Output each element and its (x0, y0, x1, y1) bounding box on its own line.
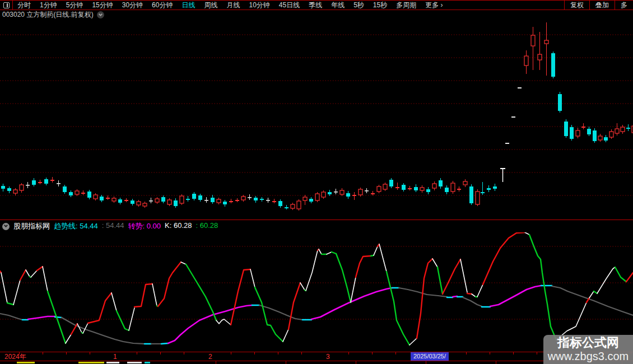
candle[interactable] (186, 196, 190, 202)
candle[interactable] (26, 182, 30, 188)
period-tab-7[interactable]: 周线 (199, 1, 222, 10)
candle[interactable] (180, 194, 184, 205)
candle[interactable] (322, 190, 325, 199)
candle[interactable] (505, 143, 509, 144)
candle[interactable] (143, 202, 147, 208)
period-tab-2[interactable]: 5分钟 (62, 1, 88, 10)
candle[interactable] (604, 135, 608, 142)
candle[interactable] (13, 188, 17, 195)
candle[interactable] (340, 188, 344, 196)
candle[interactable] (576, 128, 580, 138)
candle[interactable] (451, 181, 455, 194)
candle[interactable] (198, 194, 202, 202)
candle[interactable] (32, 178, 36, 186)
candle[interactable] (315, 192, 319, 202)
candle[interactable] (564, 119, 568, 138)
candle[interactable] (544, 22, 548, 76)
candle[interactable] (463, 179, 467, 187)
candle[interactable] (481, 182, 485, 195)
candle[interactable] (531, 27, 535, 70)
candle[interactable] (609, 129, 613, 139)
toolbar-right-item-1[interactable]: 叠加 (589, 1, 615, 10)
candle[interactable] (469, 184, 473, 205)
panel-toggle-button[interactable] (0, 1, 13, 10)
candle[interactable] (100, 195, 104, 202)
title-chevron-down-icon[interactable] (97, 11, 104, 18)
candle[interactable] (291, 203, 295, 210)
candle[interactable] (476, 189, 480, 206)
candlestick-chart[interactable] (0, 20, 633, 220)
candle[interactable] (7, 186, 11, 193)
candle[interactable] (204, 197, 208, 203)
candle[interactable] (118, 198, 122, 204)
candle[interactable] (124, 198, 128, 202)
candle[interactable] (377, 185, 381, 193)
period-tab-1[interactable]: 1分钟 (35, 1, 62, 10)
candle[interactable] (94, 193, 97, 200)
candle[interactable] (445, 185, 449, 194)
candle[interactable] (570, 125, 574, 141)
period-tab-4[interactable]: 30分钟 (118, 1, 147, 10)
candle[interactable] (50, 177, 54, 183)
candle[interactable] (81, 190, 85, 195)
candle[interactable] (493, 184, 497, 191)
candle[interactable] (426, 187, 430, 194)
candle[interactable] (57, 180, 60, 186)
period-tab-12[interactable]: 年线 (327, 1, 349, 10)
candle[interactable] (303, 195, 307, 205)
candle[interactable] (272, 199, 276, 203)
candle[interactable] (346, 191, 350, 199)
candle[interactable] (241, 195, 245, 202)
candle[interactable] (365, 188, 369, 193)
period-tab-8[interactable]: 月线 (222, 1, 244, 10)
candle[interactable] (518, 87, 522, 88)
period-tab-10[interactable]: 45日线 (274, 1, 304, 10)
candle[interactable] (248, 194, 252, 200)
period-tab-9[interactable]: 10分钟 (244, 1, 274, 10)
candle[interactable] (174, 198, 178, 208)
candle[interactable] (38, 180, 42, 184)
candle[interactable] (551, 52, 555, 78)
candle[interactable] (581, 123, 585, 129)
candle[interactable] (414, 184, 418, 192)
candle[interactable] (593, 128, 597, 143)
candle[interactable] (432, 181, 436, 190)
candle[interactable] (75, 189, 79, 196)
candle[interactable] (389, 178, 393, 188)
period-tab-13[interactable]: 5秒 (349, 1, 369, 10)
candle[interactable] (260, 197, 264, 202)
candle[interactable] (235, 198, 239, 202)
candle[interactable] (598, 134, 602, 142)
candle[interactable] (192, 192, 196, 200)
candle[interactable] (524, 50, 528, 74)
candle[interactable] (1, 184, 5, 192)
candle[interactable] (223, 200, 227, 207)
candle[interactable] (63, 185, 67, 194)
candle[interactable] (106, 195, 110, 200)
candle[interactable] (137, 200, 141, 207)
candle[interactable] (626, 124, 630, 131)
candle[interactable] (211, 195, 215, 204)
candle[interactable] (587, 127, 591, 136)
candle[interactable] (352, 192, 356, 200)
candle[interactable] (155, 197, 159, 204)
candle[interactable] (266, 198, 270, 203)
candle[interactable] (371, 191, 375, 195)
candle[interactable] (487, 185, 491, 192)
candle[interactable] (402, 183, 406, 192)
candle[interactable] (254, 196, 258, 203)
candle[interactable] (297, 199, 301, 211)
time-axis[interactable]: 2024年1232025/03/25/二 (0, 352, 633, 361)
candle[interactable] (131, 199, 134, 206)
candle[interactable] (420, 185, 424, 193)
candle[interactable] (278, 199, 282, 208)
candle[interactable] (217, 198, 221, 204)
candle[interactable] (334, 189, 338, 194)
candle[interactable] (87, 190, 91, 199)
period-tab-11[interactable]: 季线 (304, 1, 327, 10)
period-tab-6[interactable]: 日线 (177, 1, 199, 10)
candle[interactable] (285, 205, 288, 209)
candle[interactable] (69, 190, 73, 197)
candle[interactable] (395, 183, 399, 190)
candle[interactable] (167, 198, 171, 206)
